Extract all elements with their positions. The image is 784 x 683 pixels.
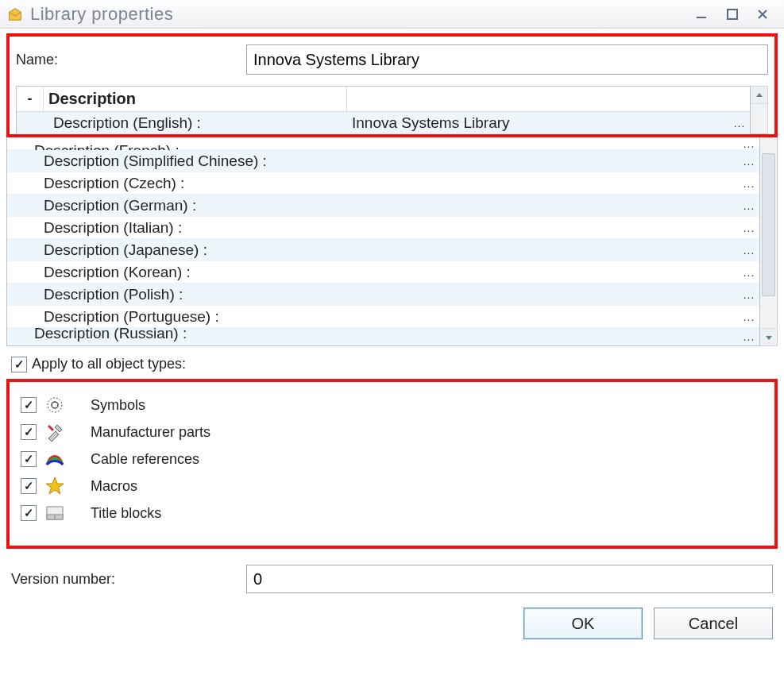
object-type-manufacturer-parts: ✓Manufacturer parts	[21, 419, 763, 446]
description-row[interactable]: Description (Czech) :...	[7, 172, 759, 195]
description-grid-rest: Description (French) :...Description (Si…	[6, 137, 778, 346]
object-type-label: Symbols	[91, 397, 145, 414]
object-type-checkbox[interactable]: ✓	[21, 505, 37, 521]
grid-header[interactable]: - Description	[17, 87, 750, 112]
object-type-title-blocks: ✓Title blocks	[21, 500, 763, 527]
description-label: Description (Simplified Chinese) :	[34, 152, 338, 170]
apply-all-checkbox[interactable]: ✓	[11, 357, 27, 372]
object-type-label: Macros	[91, 478, 137, 495]
browse-button[interactable]: ...	[739, 244, 759, 257]
apply-all-row: ✓ Apply to all object types:	[11, 356, 773, 372]
description-row[interactable]: Description (Korean) :...	[7, 261, 759, 284]
tools-icon	[41, 422, 68, 442]
version-input[interactable]	[246, 565, 773, 593]
name-input[interactable]	[246, 44, 768, 75]
object-type-checkbox[interactable]: ✓	[21, 478, 37, 494]
object-type-checkbox[interactable]: ✓	[21, 451, 37, 467]
dialog-footer: OK Cancel	[0, 608, 773, 639]
description-label: Description (German) :	[34, 197, 338, 214]
svg-rect-0	[697, 17, 706, 18]
minimize-button[interactable]	[687, 4, 717, 25]
collapse-toggle[interactable]: -	[17, 87, 44, 111]
browse-button[interactable]: ...	[739, 330, 759, 343]
object-type-cable-references: ✓Cable references	[21, 446, 763, 473]
close-button[interactable]	[747, 4, 778, 25]
svg-point-2	[48, 398, 62, 412]
description-row[interactable]: Description (German) :...	[7, 195, 759, 217]
scroll-down-icon[interactable]	[760, 328, 777, 345]
apply-all-label: Apply to all object types:	[32, 356, 186, 372]
ok-button[interactable]: OK	[523, 608, 643, 639]
object-type-label: Title blocks	[91, 505, 161, 522]
window-title: Library properties	[30, 4, 173, 25]
description-row[interactable]: Description (Portuguese) :...	[7, 306, 759, 328]
description-label: Description (English) :	[44, 114, 347, 132]
object-type-label: Manufacturer parts	[91, 424, 210, 441]
titleblock-icon	[41, 503, 68, 523]
titlebar: Library properties	[0, 0, 784, 29]
name-and-description-block: Name: - Description Description (English…	[6, 33, 778, 137]
description-row[interactable]: Description (Polish) :...	[7, 284, 759, 306]
browse-button[interactable]: ...	[739, 137, 759, 150]
browse-button[interactable]: ...	[739, 177, 759, 190]
symbols-icon	[41, 395, 68, 415]
browse-button[interactable]: ...	[739, 222, 759, 234]
description-label: Description (Korean) :	[34, 264, 338, 281]
browse-button[interactable]: ...	[739, 266, 759, 279]
browse-button[interactable]: ...	[739, 199, 759, 212]
browse-button[interactable]: ...	[739, 155, 759, 168]
browse-button[interactable]: ...	[729, 117, 750, 129]
version-row: Version number:	[11, 565, 773, 593]
scrollbar-thumb[interactable]	[762, 153, 775, 296]
svg-rect-1	[728, 10, 737, 19]
description-grid-top: - Description Description (English) : In…	[16, 86, 768, 134]
svg-point-3	[52, 402, 58, 408]
object-type-symbols: ✓Symbols	[21, 392, 763, 419]
name-label: Name:	[16, 52, 246, 68]
star-icon	[41, 476, 68, 496]
browse-button[interactable]: ...	[739, 311, 759, 323]
grid-scrollbar-rest[interactable]	[760, 137, 778, 346]
version-label: Version number:	[11, 571, 246, 588]
cable-icon	[41, 449, 68, 469]
description-row[interactable]: Description (Japanese) :...	[7, 239, 759, 261]
scroll-up-icon[interactable]	[751, 87, 767, 104]
grid-scrollbar-top[interactable]	[751, 86, 768, 134]
name-row: Name:	[16, 44, 768, 75]
object-type-checkbox[interactable]: ✓	[21, 397, 37, 413]
app-icon	[6, 6, 24, 23]
grid-header-label: Description	[44, 87, 347, 111]
description-label: Description (Czech) :	[34, 175, 338, 192]
object-type-macros: ✓Macros	[21, 473, 763, 500]
description-label: Description (Polish) :	[34, 286, 338, 303]
description-row[interactable]: Description (French) :...	[7, 137, 759, 150]
maximize-button[interactable]	[717, 4, 747, 25]
description-row[interactable]: Description (Simplified Chinese) :...	[7, 150, 759, 172]
description-row[interactable]: Description (Italian) :...	[7, 217, 759, 239]
dialog-body: Name: - Description Description (English…	[0, 33, 784, 639]
description-label: Description (Italian) :	[34, 219, 338, 237]
object-types-block: ✓Symbols✓Manufacturer parts✓Cable refere…	[6, 379, 778, 549]
description-row-english[interactable]: Description (English) : Innova Systems L…	[17, 112, 750, 134]
description-label: Description (Japanese) :	[34, 241, 338, 259]
browse-button[interactable]: ...	[739, 288, 759, 301]
description-label: Description (Portuguese) :	[34, 308, 338, 326]
description-value[interactable]: Innova Systems Library	[347, 114, 729, 132]
object-type-checkbox[interactable]: ✓	[21, 424, 37, 440]
description-row[interactable]: Description (Russian) :...	[7, 328, 759, 345]
object-type-label: Cable references	[91, 451, 199, 468]
cancel-button[interactable]: Cancel	[654, 608, 773, 639]
